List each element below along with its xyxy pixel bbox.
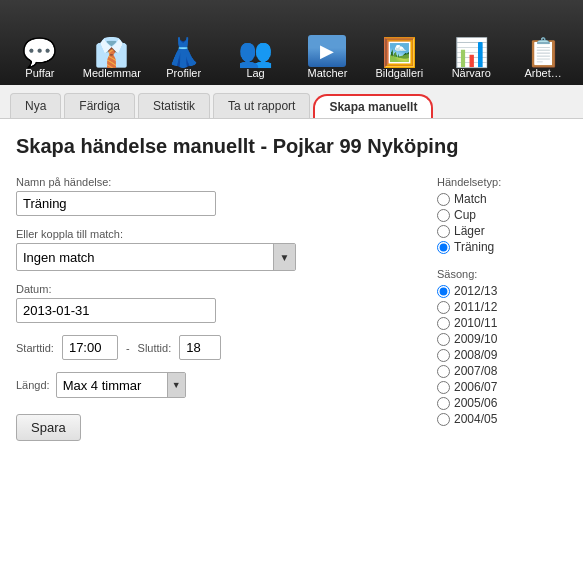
bildgalleri-icon: 🖼️ <box>382 39 417 67</box>
dash-separator: - <box>126 342 130 354</box>
radio-season-2006-07: 2006/07 <box>437 380 567 394</box>
start-time-input[interactable] <box>62 335 118 360</box>
radio-match-label: Match <box>454 192 487 206</box>
radio-traning: Träning <box>437 240 567 254</box>
radio-season-2010-11: 2010/11 <box>437 316 567 330</box>
nav-item-lag[interactable]: 👥 Lag <box>220 0 292 85</box>
radio-lager: Läger <box>437 224 567 238</box>
radio-season-2012-13-label: 2012/13 <box>454 284 497 298</box>
radio-season-2011-12-input[interactable] <box>437 301 450 314</box>
nav-label-puffar: Puffar <box>25 67 54 79</box>
form-section: Namn på händelse: Eller koppla till matc… <box>16 176 567 441</box>
match-select-wrapper: Ingen match ▼ <box>16 243 296 271</box>
nav-item-medlemmar[interactable]: 👔 Medlemmar <box>76 0 148 85</box>
tab-fardiga[interactable]: Färdiga <box>64 93 135 118</box>
radio-season-2006-07-label: 2006/07 <box>454 380 497 394</box>
name-field-group: Namn på händelse: <box>16 176 407 216</box>
radio-season-2011-12: 2011/12 <box>437 300 567 314</box>
duration-label: Längd: <box>16 379 50 391</box>
radio-season-2007-08: 2007/08 <box>437 364 567 378</box>
radio-lager-label: Läger <box>454 224 485 238</box>
season-label: Säsong: <box>437 268 567 280</box>
radio-season-2004-05-input[interactable] <box>437 413 450 426</box>
radio-cup-input[interactable] <box>437 209 450 222</box>
radio-season-2007-08-label: 2007/08 <box>454 364 497 378</box>
tab-ta-ut-rapport[interactable]: Ta ut rapport <box>213 93 310 118</box>
narvaro-icon: 📊 <box>454 39 489 67</box>
end-time-input[interactable] <box>179 335 221 360</box>
radio-traning-input[interactable] <box>437 241 450 254</box>
radio-season-2005-06-label: 2005/06 <box>454 396 497 410</box>
event-type-label: Händelsetyp: <box>437 176 567 188</box>
main-content: Skapa händelse manuellt - Pojkar 99 Nykö… <box>0 119 583 457</box>
radio-season-2009-10: 2009/10 <box>437 332 567 346</box>
duration-row: Längd: Max 4 timmar ▼ <box>16 372 407 398</box>
radio-season-2010-11-label: 2010/11 <box>454 316 497 330</box>
nav-item-narvaro[interactable]: 📊 Närvaro <box>435 0 507 85</box>
duration-select[interactable]: Max 4 timmar <box>57 374 167 397</box>
form-left: Namn på händelse: Eller koppla till matc… <box>16 176 407 441</box>
radio-season-2010-11-input[interactable] <box>437 317 450 330</box>
name-input[interactable] <box>16 191 216 216</box>
radio-cup-label: Cup <box>454 208 476 222</box>
navbar: 💬 Puffar 👔 Medlemmar 👗 Profiler 👥 Lag ▶ … <box>0 0 583 85</box>
arbete-icon: 📋 <box>526 39 561 67</box>
profiler-icon: 👗 <box>166 39 201 67</box>
nav-item-puffar[interactable]: 💬 Puffar <box>4 0 76 85</box>
end-label: Sluttid: <box>138 342 172 354</box>
radio-season-2005-06-input[interactable] <box>437 397 450 410</box>
radio-season-2008-09: 2008/09 <box>437 348 567 362</box>
nav-label-medlemmar: Medlemmar <box>83 67 141 79</box>
radio-season-2009-10-label: 2009/10 <box>454 332 497 346</box>
radio-season-2004-05: 2004/05 <box>437 412 567 426</box>
nav-item-bildgalleri[interactable]: 🖼️ Bildgalleri <box>363 0 435 85</box>
save-button[interactable]: Spara <box>16 414 81 441</box>
matcher-icon: ▶ <box>308 35 346 67</box>
nav-item-profiler[interactable]: 👗 Profiler <box>148 0 220 85</box>
radio-match-input[interactable] <box>437 193 450 206</box>
radio-season-2005-06: 2005/06 <box>437 396 567 410</box>
match-label: Eller koppla till match: <box>16 228 407 240</box>
start-label: Starttid: <box>16 342 54 354</box>
radio-match: Match <box>437 192 567 206</box>
duration-select-wrapper: Max 4 timmar ▼ <box>56 372 186 398</box>
nav-label-narvaro: Närvaro <box>452 67 491 79</box>
puffar-icon: 💬 <box>22 39 57 67</box>
radio-season-2012-13: 2012/13 <box>437 284 567 298</box>
radio-traning-label: Träning <box>454 240 494 254</box>
radio-season-2006-07-input[interactable] <box>437 381 450 394</box>
nav-label-bildgalleri: Bildgalleri <box>375 67 423 79</box>
match-select[interactable]: Ingen match <box>17 246 273 269</box>
radio-season-2008-09-input[interactable] <box>437 349 450 362</box>
match-select-arrow[interactable]: ▼ <box>273 244 295 270</box>
tabs-bar: Nya Färdiga Statistik Ta ut rapport Skap… <box>0 85 583 119</box>
radio-season-2011-12-label: 2011/12 <box>454 300 497 314</box>
radio-season-2007-08-input[interactable] <box>437 365 450 378</box>
nav-item-arbete[interactable]: 📋 Arbet… <box>507 0 579 85</box>
duration-select-arrow[interactable]: ▼ <box>167 373 185 397</box>
form-right: Händelsetyp: Match Cup Läger Träning <box>437 176 567 441</box>
tab-nya[interactable]: Nya <box>10 93 61 118</box>
radio-lager-input[interactable] <box>437 225 450 238</box>
radio-season-2009-10-input[interactable] <box>437 333 450 346</box>
event-type-group: Händelsetyp: Match Cup Läger Träning <box>437 176 567 254</box>
date-label: Datum: <box>16 283 407 295</box>
nav-label-matcher: Matcher <box>308 67 348 79</box>
nav-label-lag: Lag <box>246 67 264 79</box>
time-row: Starttid: - Sluttid: <box>16 335 407 360</box>
radio-season-2004-05-label: 2004/05 <box>454 412 497 426</box>
page-title: Skapa händelse manuellt - Pojkar 99 Nykö… <box>16 135 567 158</box>
radio-season-2012-13-input[interactable] <box>437 285 450 298</box>
radio-season-2008-09-label: 2008/09 <box>454 348 497 362</box>
nav-item-matcher[interactable]: ▶ Matcher <box>292 0 364 85</box>
date-input[interactable] <box>16 298 216 323</box>
nav-label-profiler: Profiler <box>166 67 201 79</box>
radio-cup: Cup <box>437 208 567 222</box>
date-field-group: Datum: <box>16 283 407 323</box>
tab-skapa-manuellt[interactable]: Skapa manuellt <box>313 94 433 118</box>
lag-icon: 👥 <box>238 39 273 67</box>
nav-label-arbete: Arbet… <box>524 67 561 79</box>
match-field-group: Eller koppla till match: Ingen match ▼ <box>16 228 407 271</box>
tab-statistik[interactable]: Statistik <box>138 93 210 118</box>
season-group: Säsong: 2012/13 2011/12 2010/11 2009/10 <box>437 268 567 426</box>
